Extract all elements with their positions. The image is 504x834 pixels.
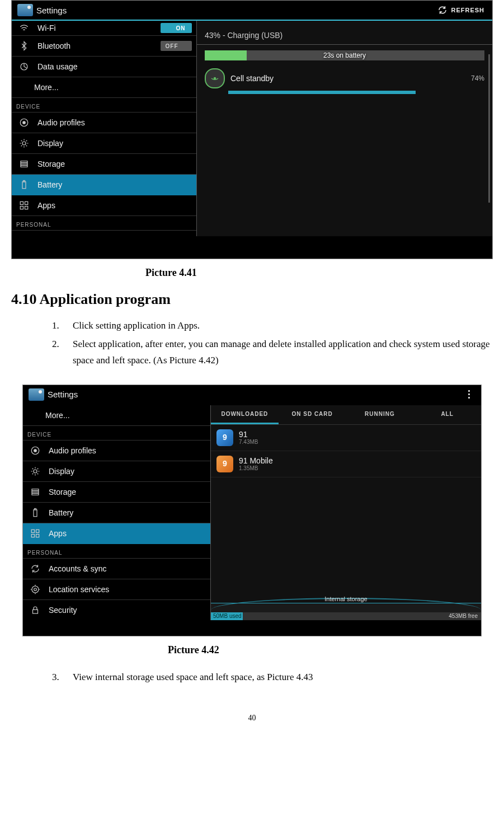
scrollbar[interactable] [488,54,490,203]
battery-usage-pct: 74% [471,74,484,82]
sidebar-item-apps[interactable]: Apps [23,523,210,544]
battery-time-label: 23s on battery [205,50,484,60]
topbar: Settings [23,385,481,405]
section-device: DEVICE [23,426,210,441]
caption-4-41: Picture 4.41 [145,267,493,279]
svg-point-13 [214,77,216,80]
steps-list-b: View internal storage used space and lef… [11,669,493,686]
sidebar-item-wifi[interactable]: Wi-Fi ON [12,21,196,36]
tab-downloaded[interactable]: DOWNLOADED [211,405,279,424]
bluetooth-icon [18,40,30,51]
step-2: Select application, after enter, you can… [62,336,493,369]
sidebar-item-location[interactable]: Location services [23,579,210,600]
app-size: 1.35MB [239,465,273,471]
svg-rect-22 [31,530,34,532]
app-icon: 9 [216,456,233,472]
app-list-item[interactable]: 9 91 7.43MB [211,425,481,451]
settings-sidebar: More... DEVICE Audio profiles Display St… [23,405,211,620]
wifi-toggle[interactable]: ON [161,23,192,33]
svg-rect-10 [25,202,28,204]
sync-icon [30,563,41,574]
settings-app-icon [17,4,33,16]
topbar: Settings REFRESH [12,1,492,21]
sidebar-item-battery[interactable]: Battery [23,503,210,523]
sidebar-item-display[interactable]: Display [23,461,210,482]
sidebar-item-battery[interactable]: Battery [12,175,196,195]
data-usage-icon [18,61,30,72]
section-heading: 4.10 Application program [11,291,493,308]
svg-rect-25 [36,534,39,537]
svg-rect-17 [32,489,39,490]
svg-rect-18 [32,491,39,493]
step-1: Click setting application in Apps. [62,318,493,334]
svg-rect-9 [20,202,23,204]
app-size: 7.43MB [239,439,258,445]
svg-rect-19 [32,493,39,495]
caption-4-42: Picture 4.42 [168,644,493,656]
sidebar-item-bluetooth[interactable]: Bluetooth OFF [12,36,196,57]
svg-rect-23 [36,530,39,532]
audio-icon [30,445,41,456]
storage-label: Internal storage [211,596,481,602]
sidebar-item-storage[interactable]: Storage [23,482,210,503]
sidebar-item-apps[interactable]: Apps [12,195,196,216]
sidebar-item-audio-profiles[interactable]: Audio profiles [23,441,210,461]
apps-icon [18,200,30,211]
display-icon [30,466,41,477]
lock-icon [30,605,41,616]
wifi-icon [18,22,30,34]
app-icon: 9 [216,429,233,446]
apps-detail: DOWNLOADED ON SD CARD RUNNING ALL 9 91 7… [211,405,481,620]
svg-rect-7 [22,182,26,189]
settings-sidebar: Wi-Fi ON Bluetooth OFF Data usage More..… [12,21,197,236]
section-personal: PERSONAL [23,544,210,559]
sidebar-item-data-usage[interactable]: Data usage [12,57,196,77]
svg-point-27 [32,586,39,593]
bluetooth-toggle[interactable]: OFF [161,41,192,51]
app-title: Settings [36,6,67,15]
sidebar-item-audio-profiles[interactable]: Audio profiles [12,113,196,133]
svg-rect-4 [21,161,27,163]
sidebar-item-storage[interactable]: Storage [12,154,196,175]
svg-rect-11 [20,207,23,209]
sidebar-item-display[interactable]: Display [12,133,196,154]
refresh-button[interactable]: REFRESH [437,5,484,15]
tab-running[interactable]: RUNNING [346,405,414,424]
section-device: DEVICE [12,98,196,113]
svg-point-16 [34,470,37,473]
battery-usage-name: Cell standby [230,74,465,83]
app-name: 91 Mobile [239,456,273,465]
screenshot-apps: Settings More... DEVICE Audio profiles D… [22,385,482,636]
app-list-item[interactable]: 9 91 Mobile 1.35MB [211,451,481,477]
page-number: 40 [11,714,493,723]
sidebar-item-security[interactable]: Security [23,600,210,620]
storage-icon [30,486,41,498]
storage-icon [18,158,30,170]
steps-list-a: Click setting application in Apps. Selec… [11,318,493,369]
refresh-label: REFRESH [451,7,484,13]
apps-icon [30,528,41,539]
sidebar-item-more[interactable]: More... [23,405,210,426]
app-name: 91 [239,430,258,439]
sidebar-item-accounts[interactable]: Accounts & sync [23,559,210,579]
tab-all[interactable]: ALL [413,405,481,424]
battery-icon [30,507,41,518]
svg-point-26 [34,588,37,591]
overflow-menu-icon[interactable] [465,388,473,401]
display-icon [18,138,30,149]
battery-usage-item[interactable]: Cell standby 74% [205,68,484,88]
svg-rect-20 [34,509,37,516]
svg-point-3 [22,142,26,145]
step-3: View internal storage used space and lef… [62,669,493,686]
battery-chart[interactable]: 23s on battery [205,50,484,60]
battery-status: 43% - Charging (USB) [197,21,492,45]
tab-sd-card[interactable]: ON SD CARD [279,405,346,424]
app-title: Settings [48,390,78,399]
section-personal: PERSONAL [12,216,196,231]
svg-rect-28 [33,610,38,613]
battery-icon [18,179,30,190]
sidebar-item-more[interactable]: More... [12,77,196,98]
screenshot-battery: Settings REFRESH Wi-Fi ON Bluetooth [11,0,493,259]
audio-icon [18,117,30,128]
svg-point-2 [23,121,26,124]
